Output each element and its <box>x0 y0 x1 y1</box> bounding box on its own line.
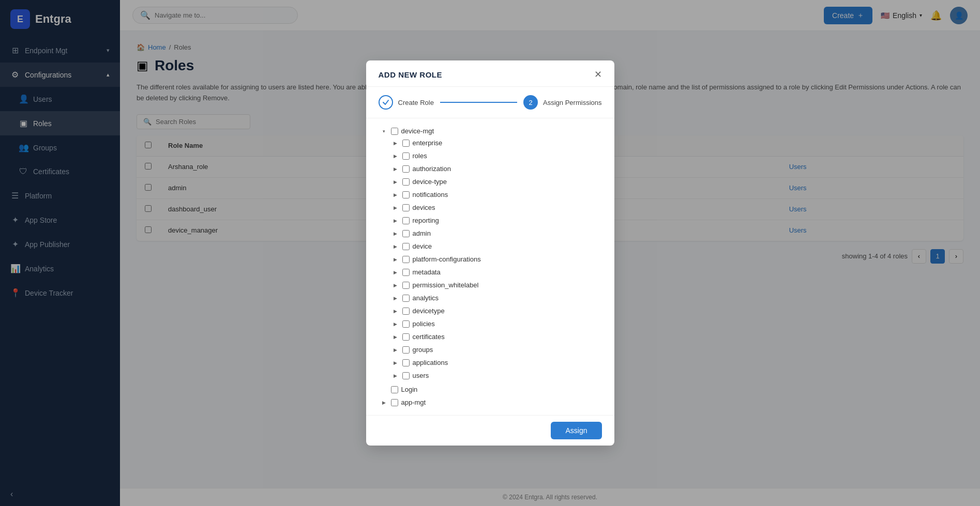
tree-toggle[interactable]: ▶ <box>392 359 399 366</box>
list-item: ▶devices <box>390 201 602 214</box>
tree-checkbox[interactable] <box>402 165 410 173</box>
step-2-label: Assign Permissions <box>543 99 601 106</box>
modal-footer: Assign <box>366 415 614 446</box>
tree-checkbox[interactable] <box>402 333 410 341</box>
tree-checkbox[interactable] <box>402 230 410 237</box>
tree-label: notifications <box>413 191 448 198</box>
tree-toggle[interactable]: ▶ <box>392 178 399 186</box>
tree-node-app-mgt: ▶ app-mgt <box>379 396 602 409</box>
tree-label: users <box>413 372 429 379</box>
tree-toggle[interactable]: ▶ <box>392 140 399 147</box>
modal-steps: Create Role 2 Assign Permissions <box>366 87 614 118</box>
tree-checkbox[interactable] <box>402 256 410 263</box>
tree-checkbox[interactable] <box>402 204 410 211</box>
tree-checkbox[interactable] <box>402 152 410 160</box>
tree-checkbox[interactable] <box>402 140 410 147</box>
tree-checkbox-app-mgt[interactable] <box>391 399 398 406</box>
step-1: Create Role <box>379 95 434 110</box>
tree-toggle-app-mgt[interactable]: ▶ <box>381 399 388 406</box>
list-item: ▶devicetype <box>390 304 602 317</box>
step-2: 2 Assign Permissions <box>523 95 601 110</box>
step-2-circle: 2 <box>523 95 538 110</box>
list-item: ▶device-type <box>390 175 602 188</box>
tree-toggle[interactable]: ▶ <box>392 152 399 160</box>
tree-toggle[interactable]: ▶ <box>392 204 399 211</box>
assign-button[interactable]: Assign <box>551 422 601 439</box>
tree-checkbox[interactable] <box>402 359 410 366</box>
list-item: ▶certificates <box>390 330 602 343</box>
list-item: ▶authorization <box>390 162 602 175</box>
tree-label: metadata <box>413 268 441 276</box>
tree-toggle[interactable]: ▶ <box>392 282 399 289</box>
list-item: ▶metadata <box>390 266 602 279</box>
list-item: ▶roles <box>390 149 602 162</box>
list-item: ▶platform-configurations <box>390 253 602 266</box>
tree-checkbox[interactable] <box>402 178 410 186</box>
tree-checkbox[interactable] <box>402 372 410 379</box>
tree-node-login: Login <box>379 383 602 396</box>
tree-checkbox[interactable] <box>402 308 410 315</box>
tree-label-login: Login <box>401 386 418 393</box>
checkmark-icon <box>382 99 389 106</box>
step-1-circle <box>379 95 393 110</box>
list-item: ▶admin <box>390 227 602 240</box>
tree-label: enterprise <box>413 139 443 147</box>
tree-label: applications <box>413 359 448 366</box>
tree-label: certificates <box>413 333 445 341</box>
tree-label: policies <box>413 320 435 328</box>
tree-label: permission_whitelabel <box>413 281 479 289</box>
tree-toggle[interactable]: ▶ <box>392 308 399 315</box>
list-item: ▶applications <box>390 356 602 369</box>
tree-checkbox[interactable] <box>402 243 410 250</box>
tree-toggle[interactable]: ▶ <box>392 217 399 224</box>
tree-label: admin <box>413 229 431 237</box>
tree-toggle[interactable]: ▶ <box>392 333 399 341</box>
tree-toggle[interactable]: ▶ <box>392 165 399 173</box>
list-item: ▶reporting <box>390 214 602 227</box>
tree-label-authorization: authorization <box>413 165 451 173</box>
tree-checkbox[interactable] <box>402 217 410 224</box>
list-item: ▶analytics <box>390 292 602 304</box>
tree-toggle[interactable]: ▶ <box>392 295 399 302</box>
tree-row-app-mgt: ▶ app-mgt <box>379 397 602 408</box>
tree-checkbox-login[interactable] <box>391 386 398 393</box>
list-item: ▶notifications <box>390 188 602 201</box>
list-item: ▶policies <box>390 317 602 330</box>
modal-title: ADD NEW ROLE <box>379 70 443 79</box>
tree-checkbox[interactable] <box>402 295 410 302</box>
tree-checkbox-device-mgt[interactable] <box>391 128 398 135</box>
tree-label: devicetype <box>413 307 445 315</box>
tree-label: device-type <box>413 178 447 186</box>
tree-checkbox[interactable] <box>402 346 410 354</box>
tree-checkbox[interactable] <box>402 320 410 328</box>
modal-close-button[interactable]: ✕ <box>594 70 602 79</box>
tree-label: platform-configurations <box>413 255 481 263</box>
tree-checkbox[interactable] <box>402 282 410 289</box>
tree-toggle[interactable]: ▶ <box>392 230 399 237</box>
tree-toggle[interactable]: ▶ <box>392 320 399 328</box>
tree-label: analytics <box>413 294 439 302</box>
list-item: ▶permission_whitelabel <box>390 279 602 292</box>
tree-checkbox[interactable] <box>402 191 410 198</box>
tree-toggle[interactable]: ▶ <box>392 256 399 263</box>
tree-toggle[interactable]: ▶ <box>392 346 399 354</box>
tree-row-device-mgt: ▾ device-mgt <box>379 126 602 136</box>
tree-checkbox[interactable] <box>402 269 410 276</box>
add-role-modal: ADD NEW ROLE ✕ Create Role 2 Assign Perm… <box>366 60 614 446</box>
modal-header: ADD NEW ROLE ✕ <box>366 60 614 87</box>
tree-toggle[interactable]: ▶ <box>392 191 399 198</box>
tree-toggle[interactable]: ▶ <box>392 243 399 250</box>
modal-body: ▾ device-mgt ▶enterprise ▶roles ▶authori… <box>366 118 614 415</box>
step-1-label: Create Role <box>398 99 434 106</box>
step-connector <box>440 102 517 103</box>
list-item: ▶enterprise <box>390 136 602 149</box>
tree-label: roles <box>413 152 427 160</box>
list-item: ▶device <box>390 240 602 253</box>
tree-label: devices <box>413 204 435 211</box>
tree-toggle[interactable]: ▶ <box>392 269 399 276</box>
permissions-tree: ▾ device-mgt ▶enterprise ▶roles ▶authori… <box>379 125 602 409</box>
tree-row-login: Login <box>379 384 602 395</box>
tree-toggle-device-mgt[interactable]: ▾ <box>381 128 388 135</box>
tree-toggle[interactable]: ▶ <box>392 372 399 379</box>
tree-children-device-mgt: ▶enterprise ▶roles ▶authorization ▶devic… <box>379 136 602 382</box>
